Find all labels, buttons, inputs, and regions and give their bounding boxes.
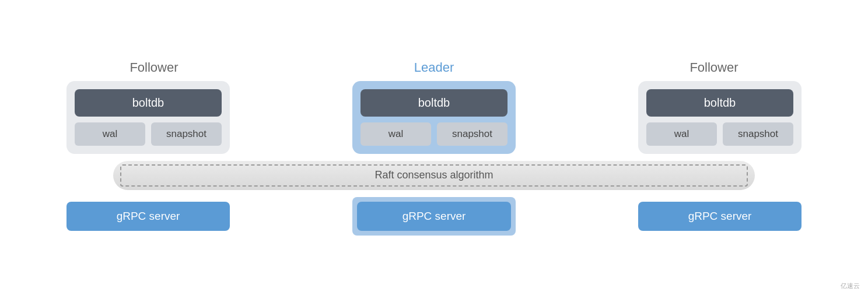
raft-label: Raft consensus algorithm: [374, 169, 493, 181]
follower-left-title: Follower: [130, 60, 178, 75]
leader-node: boltdb wal snapshot: [352, 81, 516, 154]
full-diagram: Follower Leader Follower boltdb wal: [55, 60, 813, 236]
follower-left-title-cell: Follower: [66, 60, 242, 75]
leader-box: boltdb wal snapshot: [352, 81, 516, 154]
nodes-row: boltdb wal snapshot boltdb wal snapshot: [55, 81, 813, 154]
leader-grpc-wrapper: gRPC server: [352, 197, 516, 236]
watermark-text: 亿速云: [841, 282, 860, 289]
follower-right-wal: wal: [646, 122, 717, 146]
leader-wal: wal: [360, 122, 431, 146]
follower-left-snapshot: snapshot: [151, 122, 222, 146]
follower-left-node: boltdb wal snapshot: [66, 81, 230, 154]
follower-right-title: Follower: [690, 60, 738, 75]
follower-right-box: boltdb wal snapshot: [638, 81, 802, 154]
follower-left-storage: wal snapshot: [75, 122, 222, 146]
leader-storage: wal snapshot: [360, 122, 508, 146]
leader-title: Leader: [414, 60, 454, 75]
follower-right-grpc-node: gRPC server: [638, 202, 802, 231]
follower-right-grpc-wrapper: gRPC server: [638, 202, 802, 231]
leader-boltdb: boltdb: [360, 89, 508, 117]
raft-band: Raft consensus algorithm: [113, 161, 755, 190]
leader-snapshot: snapshot: [437, 122, 508, 146]
follower-left-grpc: gRPC server: [66, 202, 230, 231]
follower-right-title-cell: Follower: [626, 60, 802, 75]
diagram-container: Follower Leader Follower boltdb wal: [0, 0, 868, 295]
header-row: Follower Leader Follower: [55, 60, 813, 75]
follower-right-node: boltdb wal snapshot: [638, 81, 802, 154]
leader-grpc: gRPC server: [357, 202, 511, 231]
follower-left-grpc-node: gRPC server: [66, 202, 230, 231]
follower-right-storage: wal snapshot: [646, 122, 793, 146]
grpc-row: gRPC server gRPC server gRPC server: [55, 197, 813, 236]
follower-left-wal: wal: [75, 122, 145, 146]
follower-left-box: boltdb wal snapshot: [66, 81, 230, 154]
follower-right-boltdb: boltdb: [646, 89, 793, 117]
follower-right-grpc: gRPC server: [638, 202, 802, 231]
leader-grpc-node: gRPC server: [352, 197, 516, 236]
main-content: boltdb wal snapshot boltdb wal snapshot: [55, 81, 813, 236]
leader-title-cell: Leader: [346, 60, 522, 75]
follower-left-grpc-wrapper: gRPC server: [66, 202, 230, 231]
raft-band-row: Raft consensus algorithm: [113, 161, 755, 190]
follower-left-boltdb: boltdb: [75, 89, 222, 117]
follower-right-snapshot: snapshot: [723, 122, 793, 146]
watermark: 亿速云: [841, 282, 860, 290]
